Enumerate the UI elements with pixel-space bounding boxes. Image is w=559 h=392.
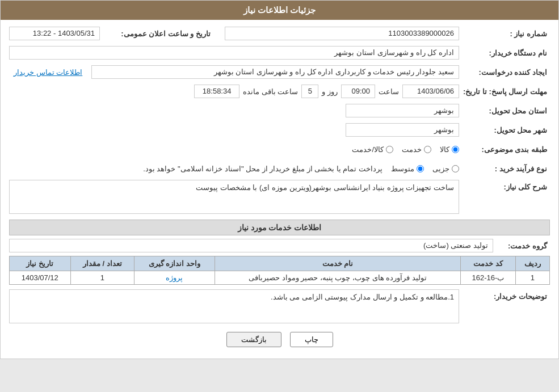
category-khedmat-label: خدمت (402, 145, 422, 154)
purchase-type-row: نوع فرآیند خرید : جزیی متوسط پرداخت تمام… (9, 161, 550, 176)
city-delivery-row: شهر محل تحویل: بوشهر (9, 122, 550, 138)
purchase-note: پرداخت تمام یا بخشی از مبلغ خریدار از مح… (143, 165, 391, 173)
col-unit: واحد اندازه گیری (134, 256, 215, 271)
cell-service-code: ب-16-162 (461, 271, 516, 285)
buyer-notes-row: توضیحات خریدار: 1.مطالعه و تکمیل و ارسال… (9, 289, 550, 323)
description-container: ساخت تجهیزات پروژه بنیاد ایرانشناسی بوشه… (9, 180, 459, 214)
response-remaining-label: ساعت باقی مانده (239, 87, 301, 96)
response-days: 5 (301, 85, 318, 98)
city-delivery-label: شهر محل تحویل: (459, 126, 550, 134)
group-row: گروه خدمت: تولید صنعتی (ساخت) (9, 239, 550, 252)
category-option-kala-khedmat[interactable]: کالا/خدمت (352, 145, 393, 154)
tender-number-row: شماره نیاز : 1103003389000026 تاریخ و سا… (9, 26, 550, 41)
page-title: جزئیات اطلاعات نیاز (243, 5, 316, 15)
table-header-row: ردیف کد خدمت نام خدمت واحد اندازه گیری ت… (10, 256, 550, 271)
category-radio-khedmat[interactable] (424, 146, 431, 153)
cell-unit: پروژه (134, 271, 215, 285)
province-delivery-label: استان محل تحویل: (459, 107, 550, 115)
category-option-kala[interactable]: کالا (440, 145, 459, 154)
response-deadline-row: مهلت ارسال پاسخ: تا تاریخ: 1403/06/06 سا… (9, 83, 550, 99)
purchase-type-label: نوع فرآیند خرید : (459, 165, 550, 173)
category-radio-group: کالا خدمت کالا/خدمت (352, 145, 459, 154)
response-remaining: 18:58:34 (194, 85, 239, 98)
buyer-office-row: نام دستگاه خریدار: اداره کل راه و شهرساز… (9, 45, 550, 61)
category-label: طبقه بندی موضوعی: (459, 145, 550, 154)
buyer-notes-value: 1.مطالعه و تکمیل و ارسال مدارک پیوستی ال… (9, 289, 459, 323)
response-time: 09:00 (341, 85, 375, 98)
content-area: شماره نیاز : 1103003389000026 تاریخ و سا… (1, 20, 558, 359)
response-deadline-label: مهلت ارسال پاسخ: تا تاریخ: (459, 87, 550, 96)
purchase-radio-motavset[interactable] (417, 165, 424, 172)
creator-label: ایجاد کننده درخواست: (459, 68, 550, 77)
buyer-office-value: اداره کل راه و شهرسازی استان بوشهر (9, 46, 459, 60)
cell-row-num: 1 (515, 271, 549, 285)
purchase-radio-group: جزیی متوسط (391, 165, 459, 173)
group-label: گروه خدمت: (493, 242, 550, 250)
table-row: 1 ب-16-162 تولید فرآورده های چوب، چوب پن… (10, 271, 550, 285)
col-service-name: نام خدمت (215, 256, 460, 271)
category-kala-khedmat-label: کالا/خدمت (352, 145, 384, 154)
buyer-notes-label: توضیحات خریدار: (459, 289, 550, 301)
purchase-option-jozi[interactable]: جزیی (432, 165, 459, 173)
buttons-row: چاپ بازگشت (9, 332, 550, 347)
purchase-radio-jozi[interactable] (452, 165, 459, 172)
service-info-header: اطلاعات خدمات مورد نیاز (9, 220, 550, 235)
contact-link[interactable]: اطلاعات تماس خریدار (9, 66, 87, 78)
announce-label: تاریخ و ساعت اعلان عمومی: (100, 29, 213, 38)
province-delivery-value: بوشهر (346, 104, 459, 117)
purchase-motavset-label: متوسط (391, 165, 414, 173)
tender-number-value: 1103003389000026 (225, 27, 459, 40)
print-button[interactable]: چاپ (290, 332, 333, 347)
page-header: جزئیات اطلاعات نیاز (1, 1, 558, 20)
creator-row: ایجاد کننده درخواست: سعید جلودار رئیس خد… (9, 64, 550, 80)
description-row: شرح کلی نیاز: ساخت تجهیزات پروژه بنیاد ا… (9, 180, 550, 214)
description-value: ساخت تجهیزات پروژه بنیاد ایرانشناسی بوشه… (9, 180, 459, 214)
city-delivery-value: بوشهر (346, 123, 459, 137)
col-date: تاریخ نیاز (10, 256, 71, 271)
purchase-jozi-label: جزیی (432, 165, 449, 173)
category-option-khedmat[interactable]: خدمت (402, 145, 431, 154)
province-delivery-row: استان محل تحویل: بوشهر (9, 103, 550, 119)
col-quantity: تعداد / مقدار (70, 256, 134, 271)
cell-service-name: تولید فرآورده های چوب، چوب پنبه، حصیر وم… (215, 271, 460, 285)
announce-value: 1403/05/31 - 13:22 (9, 27, 100, 40)
main-container: جزئیات اطلاعات نیاز شماره نیاز : 1103003… (0, 0, 559, 359)
back-button[interactable]: بازگشت (226, 332, 281, 347)
description-label: شرح کلی نیاز: (459, 180, 550, 191)
cell-quantity: 1 (70, 271, 134, 285)
category-row: طبقه بندی موضوعی: کالا خدمت کالا/خدمت (9, 141, 550, 157)
response-date: 1403/06/06 (402, 85, 459, 98)
cell-date: 1403/07/12 (10, 271, 71, 285)
category-kala-label: کالا (440, 145, 449, 154)
category-radio-kala[interactable] (452, 146, 459, 153)
category-radio-kala-khedmat[interactable] (386, 146, 393, 153)
response-time-label: ساعت (375, 87, 402, 96)
tender-number-label: شماره نیاز : (459, 29, 550, 38)
col-row-num: ردیف (515, 256, 549, 271)
col-service-code: کد خدمت (461, 256, 516, 271)
purchase-option-motavset[interactable]: متوسط (391, 165, 424, 173)
creator-value: سعید جلودار رئیس خدمات و کاربرداری اداره… (91, 65, 459, 79)
buyer-office-label: نام دستگاه خریدار: (459, 49, 550, 57)
group-value: تولید صنعتی (ساخت) (9, 239, 493, 252)
service-table: ردیف کد خدمت نام خدمت واحد اندازه گیری ت… (9, 256, 550, 285)
response-days-label: روز و (318, 87, 341, 96)
